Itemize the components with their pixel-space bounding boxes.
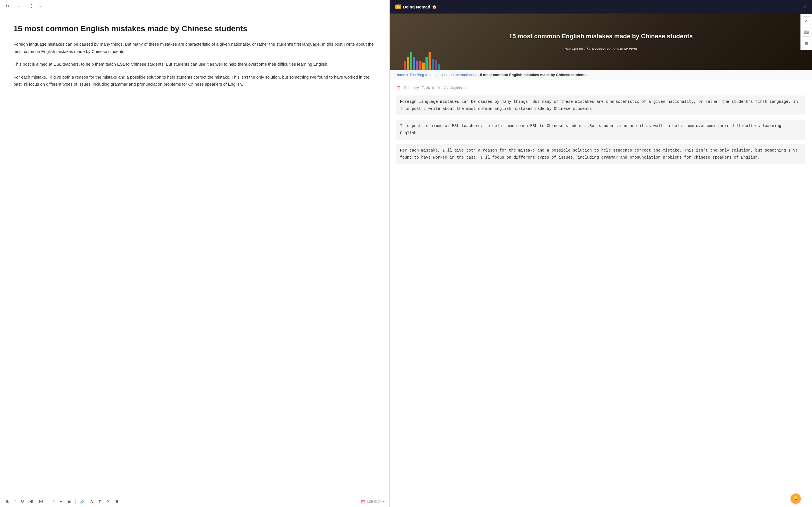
hero-content: 15 most common English mistakes made by … [390, 13, 812, 70]
article-date: February 17, 2019 [404, 86, 434, 90]
editor-bottom-toolbar: B I U H1 H2 ❝ ≡ ≣ 🔗 A T ✕ ⊞ ⏰ 129 单词 ▾ [0, 496, 389, 507]
article-meta: 📅 February 17, 2019 ✎ Ola Jagielska [396, 86, 805, 90]
hamburger-menu[interactable]: ≡ [803, 4, 806, 10]
hero-title: 15 most common English mistakes made by … [509, 33, 693, 41]
hero-subtitle: And tips for ESL teachers on how to fix … [565, 47, 637, 51]
breadcrumb-home[interactable]: Home [395, 73, 405, 77]
browser-panel: IK Being Nomad 🏠 ≡ 15 most common Englis… [390, 0, 812, 507]
article-container: 📅 February 17, 2019 ✎ Ola Jagielska Fore… [390, 80, 812, 174]
list-ul-button[interactable]: ≡ [58, 498, 64, 505]
logo-home-icon: 🏠 [432, 4, 437, 9]
code-tool-button[interactable]: ⌨ [802, 27, 811, 37]
editor-paragraph-1[interactable]: Foreign language mistakes can be caused … [13, 41, 376, 55]
article-author: Ola Jagielska [444, 86, 466, 90]
refresh-button[interactable]: ↻ [4, 2, 10, 10]
breadcrumb-sep-3: » [475, 73, 477, 77]
logo-badge: IK [395, 4, 401, 9]
bold-button[interactable]: B [4, 498, 10, 505]
clock-icon: ⏰ [361, 499, 365, 504]
right-tools: ✓ ⌨ ⊟ [801, 14, 812, 50]
site-header: IK Being Nomad 🏠 ≡ [390, 0, 812, 13]
site-content[interactable]: Home » The Blog » Languages and Interact… [390, 70, 812, 507]
share-button[interactable]: ⋯ [15, 2, 22, 10]
list-ol-button[interactable]: ≣ [66, 498, 72, 505]
author-icon: ✎ [438, 86, 441, 90]
highlight-button[interactable]: A [89, 498, 94, 505]
breadcrumb-sep-2: » [425, 73, 427, 77]
italic-button[interactable]: I [13, 498, 17, 505]
hero-divider [590, 44, 612, 44]
breadcrumb-bar: Home » The Blog » Languages and Interact… [390, 70, 812, 80]
article-paragraph-2: This post is aimed at ESL teachers, to h… [396, 120, 805, 139]
link-button[interactable]: 🔗 [79, 498, 86, 505]
breadcrumb-category[interactable]: Languages and Interactions [428, 73, 474, 77]
site-logo: IK Being Nomad 🏠 [395, 4, 437, 9]
calendar-icon: 📅 [396, 86, 401, 90]
editor-title: 15 most common English mistakes made by … [13, 24, 376, 34]
toolbar-divider-2 [75, 499, 75, 504]
check-tool-button[interactable]: ✓ [802, 16, 811, 25]
more-button[interactable]: ··· [38, 3, 43, 10]
h1-button[interactable]: H1 [28, 499, 35, 505]
breadcrumb-current: 15 most common English mistakes made by … [478, 73, 587, 77]
breadcrumb: Home » The Blog » Languages and Interact… [395, 73, 806, 77]
word-count-label: 129 单词 [367, 499, 381, 504]
article-paragraph-3: For each mistake, I'll give both a reaso… [396, 144, 805, 164]
hero-section: 15 most common English mistakes made by … [390, 13, 812, 70]
editor-top-toolbar: ↻ ⋯ ⛶ ··· [0, 0, 389, 12]
editor-paragraph-2[interactable]: This post is aimed at ESL teachers, to h… [13, 61, 376, 68]
quote-button[interactable]: ❝ [51, 498, 56, 505]
image-button[interactable]: ⊞ [114, 498, 120, 505]
editor-panel: ↻ ⋯ ⛶ ··· 15 most common English mistake… [0, 0, 390, 507]
article-paragraph-1: Foreign language mistakes can be caused … [396, 96, 805, 115]
tray-tool-button[interactable]: ⊟ [802, 39, 811, 48]
editor-paragraph-3[interactable]: For each mistake, I'll give both a reaso… [13, 73, 376, 88]
font-button[interactable]: T [97, 498, 103, 505]
underline-button[interactable]: U [19, 498, 26, 505]
logo-text: Being Nomad [403, 4, 430, 9]
word-count: ⏰ 129 单词 ▾ [361, 499, 385, 504]
emoji-feedback-button[interactable]: 😊 [791, 494, 801, 504]
editor-content[interactable]: 15 most common English mistakes made by … [0, 12, 389, 496]
clear-button[interactable]: ✕ [105, 498, 111, 505]
breadcrumb-blog[interactable]: The Blog [409, 73, 424, 77]
toolbar-divider [48, 499, 48, 504]
fullscreen-button[interactable]: ⛶ [26, 3, 33, 10]
article-paragraphs: Foreign language mistakes can be caused … [396, 96, 805, 164]
editor-body[interactable]: Foreign language mistakes can be caused … [13, 41, 376, 88]
breadcrumb-sep-1: » [406, 73, 408, 77]
h2-button[interactable]: H2 [38, 499, 45, 505]
word-count-chevron[interactable]: ▾ [383, 499, 385, 504]
